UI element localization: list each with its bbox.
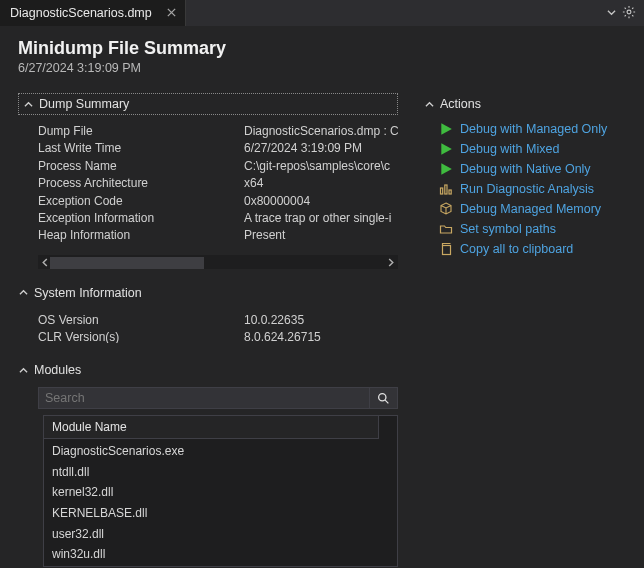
- module-row[interactable]: kernel32.dll: [44, 482, 397, 503]
- kv-val: [244, 245, 398, 247]
- kv-val: DiagnosticScenarios.dmp : C: [244, 123, 398, 140]
- dump-summary-pane: Dump FileDiagnosticScenarios.dmp : C Las…: [38, 123, 398, 247]
- action-label: Debug with Native Only: [460, 162, 591, 176]
- action-debug-managed-only[interactable]: Debug with Managed Only: [438, 121, 634, 136]
- kv-val: 10.0.22635: [244, 312, 398, 329]
- kv-val: C:\git-repos\samples\core\c: [244, 158, 398, 175]
- kv-val: x64: [244, 175, 398, 192]
- tab-bar: DiagnosticScenarios.dmp: [0, 0, 644, 26]
- system-info-pane: OS Version10.0.22635 CLR Version(s)8.0.6…: [38, 312, 398, 343]
- module-row[interactable]: KERNELBASE.dll: [44, 503, 397, 524]
- action-set-symbol-paths[interactable]: Set symbol paths: [438, 221, 634, 236]
- kv-key: Exception Code: [38, 193, 244, 210]
- action-copy-all[interactable]: Copy all to clipboard: [438, 241, 634, 256]
- gear-icon[interactable]: [622, 5, 636, 22]
- kv-val: 8.0.624.26715: [244, 329, 398, 343]
- modules-header[interactable]: Modules: [18, 359, 398, 381]
- kv-val: 0x80000004: [244, 193, 398, 210]
- dump-summary-heading: Dump Summary: [39, 97, 129, 111]
- chevron-up-icon: [18, 365, 28, 375]
- cube-icon: [438, 201, 453, 216]
- kv-key: Error Information: [38, 245, 244, 247]
- modules-heading: Modules: [34, 363, 81, 377]
- action-run-diagnostic-analysis[interactable]: Run Diagnostic Analysis: [438, 181, 634, 196]
- svg-point-1: [379, 393, 386, 400]
- action-label: Debug with Managed Only: [460, 122, 607, 136]
- module-row[interactable]: ntdll.dll: [44, 462, 397, 483]
- chevron-up-icon: [18, 288, 28, 298]
- kv-key: Dump File: [38, 123, 244, 140]
- action-label: Debug with Mixed: [460, 142, 559, 156]
- search-button[interactable]: [370, 387, 398, 409]
- action-label: Run Diagnostic Analysis: [460, 182, 594, 196]
- tab-title: DiagnosticScenarios.dmp: [10, 6, 152, 20]
- svg-rect-4: [449, 190, 451, 194]
- kv-key: Exception Information: [38, 210, 244, 227]
- kv-val: Present: [244, 227, 398, 244]
- page-header: Minidump File Summary 6/27/2024 3:19:09 …: [0, 26, 644, 85]
- svg-point-0: [627, 10, 631, 14]
- chart-icon: [438, 181, 453, 196]
- kv-key: Heap Information: [38, 227, 244, 244]
- play-icon: [438, 161, 453, 176]
- svg-rect-3: [444, 185, 446, 194]
- action-label: Copy all to clipboard: [460, 242, 573, 256]
- dropdown-icon[interactable]: [607, 6, 616, 20]
- module-row[interactable]: user32.dll: [44, 524, 397, 545]
- kv-key: Last Write Time: [38, 140, 244, 157]
- chevron-up-icon: [23, 99, 33, 109]
- action-debug-mixed[interactable]: Debug with Mixed: [438, 141, 634, 156]
- svg-rect-5: [442, 245, 450, 254]
- dump-summary-header[interactable]: Dump Summary: [18, 93, 398, 115]
- chevron-up-icon: [424, 99, 434, 109]
- svg-rect-2: [440, 188, 442, 194]
- copy-icon: [438, 241, 453, 256]
- kv-key: Process Name: [38, 158, 244, 175]
- kv-key: CLR Version(s): [38, 329, 244, 343]
- kv-key: OS Version: [38, 312, 244, 329]
- kv-val: A trace trap or other single-i: [244, 210, 398, 227]
- actions-header[interactable]: Actions: [424, 93, 634, 115]
- kv-val: 6/27/2024 3:19:09 PM: [244, 140, 398, 157]
- page-title: Minidump File Summary: [18, 38, 628, 59]
- scroll-right-icon[interactable]: [386, 256, 396, 268]
- kv-key: Process Architecture: [38, 175, 244, 192]
- module-row[interactable]: DiagnosticScenarios.exe: [44, 441, 397, 462]
- action-label: Debug Managed Memory: [460, 202, 601, 216]
- action-debug-managed-memory[interactable]: Debug Managed Memory: [438, 201, 634, 216]
- play-icon: [438, 141, 453, 156]
- scroll-left-icon[interactable]: [40, 256, 50, 268]
- actions-heading: Actions: [440, 97, 481, 111]
- page-timestamp: 6/27/2024 3:19:09 PM: [18, 61, 628, 75]
- modules-search-input[interactable]: [38, 387, 370, 409]
- close-icon[interactable]: [164, 6, 179, 21]
- action-label: Set symbol paths: [460, 222, 556, 236]
- folder-icon: [438, 221, 453, 236]
- play-icon: [438, 121, 453, 136]
- scroll-thumb[interactable]: [50, 257, 204, 269]
- modules-table: Module Name DiagnosticScenarios.exe ntdl…: [43, 415, 398, 567]
- modules-column-header[interactable]: Module Name: [44, 416, 379, 439]
- system-info-heading: System Information: [34, 286, 142, 300]
- system-info-header[interactable]: System Information: [18, 282, 398, 304]
- module-row[interactable]: win32u.dll: [44, 544, 397, 565]
- horizontal-scrollbar[interactable]: [38, 255, 398, 269]
- tab-diagnostic-dmp[interactable]: DiagnosticScenarios.dmp: [0, 0, 186, 26]
- action-debug-native-only[interactable]: Debug with Native Only: [438, 161, 634, 176]
